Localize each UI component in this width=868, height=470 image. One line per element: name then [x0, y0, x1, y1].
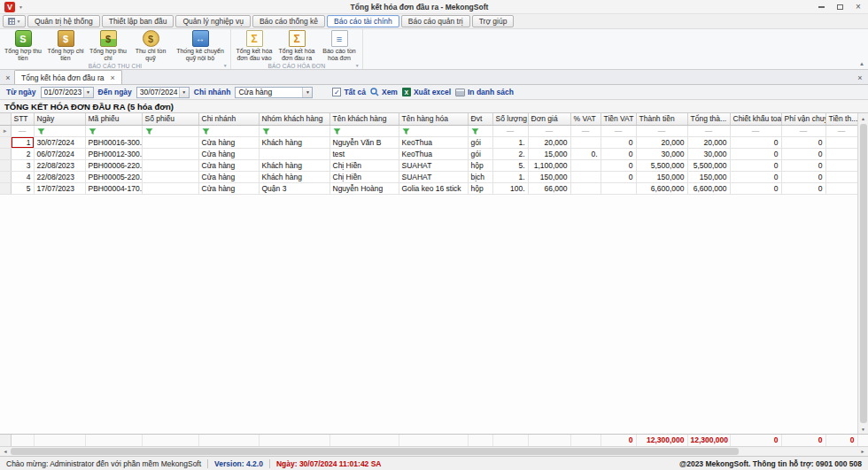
from-date-input[interactable]: 01/07/2023 ▼ [41, 87, 94, 98]
cell[interactable]: Nguyễn Văn B [329, 136, 399, 148]
tabstrip-close-left-button[interactable]: × [2, 71, 14, 84]
scroll-up-icon[interactable]: ▲ [858, 113, 868, 123]
filter-cell[interactable]: — [11, 125, 34, 136]
filter-funnel-icon[interactable] [202, 127, 210, 135]
cell[interactable]: 5,500,000 [687, 159, 730, 171]
cell[interactable]: 5 [11, 182, 34, 194]
group-dialog-launcher-icon[interactable]: ▼ [355, 63, 360, 68]
row-indicator[interactable] [0, 148, 11, 159]
column-header[interactable]: Số lượng [492, 113, 528, 125]
cell[interactable]: Cửa hàng [198, 159, 259, 171]
filter-cell[interactable]: — [730, 125, 781, 136]
print-list-button[interactable]: In danh sách [455, 88, 514, 96]
chevron-down-icon[interactable]: ▼ [179, 88, 189, 97]
cell[interactable]: PBH00004-170... [85, 182, 142, 194]
filter-funnel-icon[interactable] [471, 127, 479, 135]
chevron-down-icon[interactable]: ▼ [83, 88, 93, 97]
cell[interactable]: Khách hàng [259, 136, 329, 148]
cell[interactable]: 5,500,000 [636, 159, 687, 171]
filter-cell[interactable] [142, 125, 198, 136]
cell[interactable]: 22/08/2023 [34, 171, 85, 182]
ribbon-item-tong-hop-thu-tien[interactable]: Tổng hợp thu tiền [2, 30, 44, 62]
cell[interactable] [825, 182, 857, 194]
column-header[interactable]: Nhóm khách hàng [259, 113, 329, 125]
cell[interactable]: PBH00006-220... [85, 159, 142, 171]
vertical-scrollbar[interactable]: ▲ ▼ [857, 113, 868, 434]
cell[interactable]: 0 [601, 148, 636, 159]
column-header[interactable]: Đơn giá [528, 113, 570, 125]
branch-select[interactable]: Cửa hàng ▼ [235, 87, 313, 98]
table-row[interactable]: 517/07/2023PBH00004-170...Cửa hàngQuận 3… [0, 182, 857, 194]
filter-cell[interactable] [198, 125, 259, 136]
filter-cell[interactable]: — [601, 125, 636, 136]
filter-cell[interactable]: — [528, 125, 570, 136]
scroll-right-icon[interactable]: ► [857, 447, 868, 456]
cell[interactable]: 100. [492, 182, 528, 194]
tab-thiet-lap-ban-dau[interactable]: Thiết lập ban đầu [102, 15, 174, 27]
select-all-checkbox[interactable] [332, 88, 341, 96]
table-row[interactable]: 422/08/2023PBH00005-220...Cửa hàngKhách … [0, 171, 857, 182]
cell[interactable]: 30/07/2024 [34, 136, 85, 148]
cell[interactable]: 06/07/2024 [34, 148, 85, 159]
cell[interactable]: 150,000 [687, 171, 730, 182]
cell[interactable]: hộp [468, 182, 492, 194]
ribbon-item-tong-hop-thu-chi[interactable]: Tổng hợp thu chi [87, 30, 129, 62]
filter-cell[interactable] [399, 125, 468, 136]
horizontal-scroll-thumb[interactable] [11, 448, 739, 455]
document-tab-active[interactable]: Tổng kết hóa đơn đầu ra × [14, 70, 122, 84]
cell[interactable]: 0 [730, 171, 781, 182]
cell[interactable]: Cửa hàng [198, 171, 259, 182]
cell[interactable]: Nguyễn Hoàng [329, 182, 399, 194]
cell[interactable]: 1. [492, 136, 528, 148]
cell[interactable]: 0 [730, 136, 781, 148]
cell[interactable]: KeoThua [399, 136, 468, 148]
tab-quan-tri-he-thong[interactable]: Quản trị hệ thống [27, 15, 100, 27]
cell[interactable] [570, 159, 601, 171]
filter-cell[interactable] [85, 125, 142, 136]
minimize-button[interactable] [816, 2, 826, 12]
cell[interactable] [601, 182, 636, 194]
group-dialog-launcher-icon[interactable]: ▼ [223, 63, 228, 68]
cell[interactable]: Cửa hàng [198, 182, 259, 194]
cell[interactable]: 0 [781, 136, 825, 148]
filter-cell[interactable] [468, 125, 492, 136]
cell[interactable]: PBH00005-220... [85, 171, 142, 182]
cell[interactable]: gói [468, 136, 492, 148]
cell[interactable] [570, 136, 601, 148]
maximize-button[interactable] [834, 2, 845, 12]
cell[interactable]: 17/07/2023 [34, 182, 85, 194]
cell[interactable]: 2 [11, 148, 34, 159]
vertical-scroll-thumb[interactable] [860, 124, 867, 423]
ribbon-item-thu-chi-ton-quy[interactable]: Thu chi tồn quỹ [129, 30, 172, 62]
cell[interactable]: 0 [781, 159, 825, 171]
cell[interactable]: 30,000 [636, 148, 687, 159]
cell[interactable] [570, 171, 601, 182]
export-excel-button[interactable]: Xuất excel [402, 88, 451, 96]
column-header[interactable]: % VAT [570, 113, 601, 125]
column-header[interactable]: Tên khách hàng [329, 113, 399, 125]
row-indicator[interactable] [0, 171, 11, 182]
cell[interactable]: test [329, 148, 399, 159]
filter-cell[interactable] [34, 125, 85, 136]
cell[interactable]: 0 [601, 159, 636, 171]
filter-funnel-icon[interactable] [402, 127, 410, 135]
tab-quan-ly-nghiep-vu[interactable]: Quản lý nghiệp vụ [175, 15, 251, 27]
view-button[interactable]: Xem [370, 88, 398, 96]
cell[interactable] [142, 182, 198, 194]
column-header[interactable]: Tổng thà... [687, 113, 730, 125]
ribbon-item-thong-ke-chuyen-quy[interactable]: Thống kê chuyển quỹ nội bộ [172, 30, 229, 62]
tab-tro-giup[interactable]: Trợ giúp [472, 15, 515, 27]
cell[interactable]: 22/08/2023 [34, 159, 85, 171]
cell[interactable]: 2. [492, 148, 528, 159]
column-header[interactable]: Chiết khấu toa [730, 113, 781, 125]
tabstrip-close-right-button[interactable]: × [854, 71, 866, 84]
cell[interactable]: Chị Hiền [329, 171, 399, 182]
horizontal-scroll-track[interactable] [11, 447, 857, 456]
scroll-left-icon[interactable]: ◄ [0, 447, 11, 456]
cell[interactable] [142, 136, 198, 148]
tab-bao-cao-tai-chinh[interactable]: Báo cáo tài chính [327, 15, 399, 27]
column-header[interactable]: Ngày [34, 113, 85, 125]
filter-cell[interactable] [329, 125, 399, 136]
tab-close-icon[interactable]: × [110, 73, 114, 82]
row-indicator[interactable] [0, 159, 11, 171]
